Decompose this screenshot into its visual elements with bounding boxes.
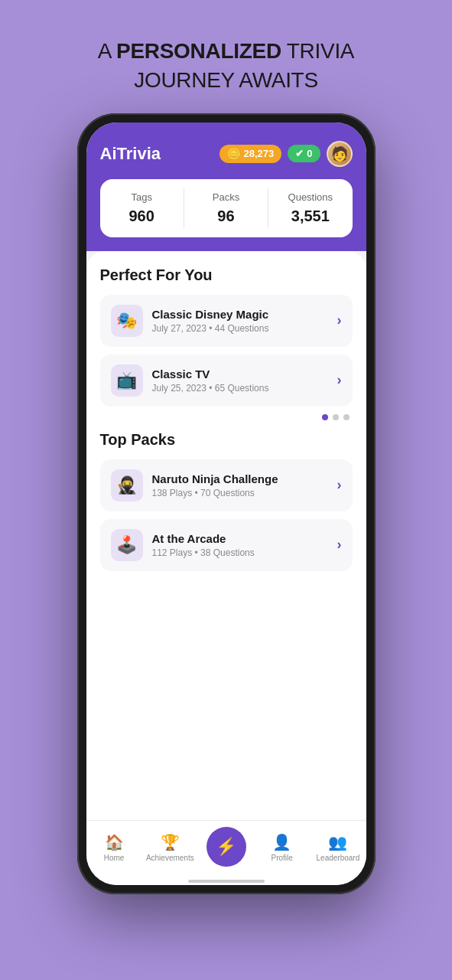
packs-stat: Packs 96 bbox=[184, 188, 268, 228]
pack-icon-disney: 🎭 bbox=[111, 305, 143, 337]
tags-label: Tags bbox=[108, 191, 176, 203]
stats-bar: Tags 960 Packs 96 Questions 3,551 bbox=[86, 179, 366, 251]
questions-value: 3,551 bbox=[276, 207, 344, 225]
phone-shell: AiTrivia 🪙 28,273 ✔ 0 🧑 Tags 960 bbox=[77, 113, 376, 894]
pack-name-tv: Classic TV bbox=[152, 368, 337, 381]
check-value: 0 bbox=[307, 148, 312, 159]
pack-meta-tv: July 25, 2023 • 65 Questions bbox=[152, 383, 337, 394]
leaderboard-label: Leaderboard bbox=[317, 854, 360, 862]
pack-icon-tv: 📺 bbox=[111, 364, 143, 397]
check-icon: ✔ bbox=[295, 148, 304, 159]
achievements-icon: 🏆 bbox=[161, 833, 180, 851]
stats-container: Tags 960 Packs 96 Questions 3,551 bbox=[100, 179, 353, 237]
home-indicator bbox=[86, 880, 366, 885]
packs-value: 96 bbox=[192, 207, 260, 225]
pack-icon-naruto: 🥷 bbox=[111, 469, 143, 501]
nav-item-achievements[interactable]: 🏆 Achievements bbox=[142, 833, 198, 862]
tags-value: 960 bbox=[108, 207, 176, 225]
questions-label: Questions bbox=[276, 191, 344, 203]
home-icon: 🏠 bbox=[105, 833, 124, 851]
top-packs-title: Top Packs bbox=[100, 431, 353, 449]
nav-item-home[interactable]: 🏠 Home bbox=[86, 833, 142, 862]
chevron-icon-disney: › bbox=[337, 312, 342, 328]
hero-text: A PERSONALIZED TRIVIA JOURNEY AWAITS bbox=[98, 37, 355, 95]
home-label: Home bbox=[104, 854, 125, 862]
pack-info-naruto: Naruto Ninja Challenge 138 Plays • 70 Qu… bbox=[152, 472, 337, 498]
dot-3 bbox=[343, 414, 350, 420]
pack-name-arcade: At the Arcade bbox=[152, 532, 337, 545]
dot-2 bbox=[333, 414, 339, 420]
leaderboard-icon: 👥 bbox=[328, 833, 347, 851]
pack-name-naruto: Naruto Ninja Challenge bbox=[152, 472, 337, 485]
coins-value: 28,273 bbox=[244, 148, 275, 159]
pack-info-tv: Classic TV July 25, 2023 • 65 Questions bbox=[152, 368, 337, 394]
app-header: AiTrivia 🪙 28,273 ✔ 0 🧑 bbox=[86, 133, 366, 179]
achievements-label: Achievements bbox=[146, 854, 194, 862]
avatar[interactable]: 🧑 bbox=[327, 141, 353, 167]
pack-icon-arcade: 🕹️ bbox=[111, 529, 143, 561]
packs-label: Packs bbox=[192, 191, 260, 203]
pack-name-disney: Classic Disney Magic bbox=[152, 308, 337, 321]
pack-meta-naruto: 138 Plays • 70 Questions bbox=[152, 488, 337, 498]
coins-icon: 🪙 bbox=[227, 148, 240, 160]
profile-label: Profile bbox=[272, 854, 293, 862]
questions-stat: Questions 3,551 bbox=[268, 188, 352, 228]
pack-card-disney[interactable]: 🎭 Classic Disney Magic July 27, 2023 • 4… bbox=[100, 295, 353, 347]
perfect-for-you-title: Perfect For You bbox=[100, 266, 353, 284]
app-title: AiTrivia bbox=[100, 144, 161, 164]
phone-screen: AiTrivia 🪙 28,273 ✔ 0 🧑 Tags 960 bbox=[86, 122, 366, 885]
dot-1 bbox=[322, 414, 328, 420]
nav-item-play[interactable]: ⚡ bbox=[198, 827, 254, 868]
chevron-icon-naruto: › bbox=[337, 477, 342, 493]
check-badge: ✔ 0 bbox=[288, 145, 320, 162]
home-indicator-bar bbox=[188, 880, 265, 883]
status-bar bbox=[86, 122, 366, 133]
pack-info-disney: Classic Disney Magic July 27, 2023 • 44 … bbox=[152, 308, 337, 334]
chevron-icon-tv: › bbox=[337, 372, 342, 388]
pack-card-tv[interactable]: 📺 Classic TV July 25, 2023 • 65 Question… bbox=[100, 354, 353, 407]
coins-badge: 🪙 28,273 bbox=[219, 145, 282, 163]
nav-item-profile[interactable]: 👤 Profile bbox=[254, 833, 310, 862]
pack-meta-arcade: 112 Plays • 38 Questions bbox=[152, 547, 337, 558]
pack-card-arcade[interactable]: 🕹️ At the Arcade 112 Plays • 38 Question… bbox=[100, 519, 353, 571]
chevron-icon-arcade: › bbox=[337, 537, 342, 553]
profile-icon: 👤 bbox=[272, 833, 291, 851]
main-content: Perfect For You 🎭 Classic Disney Magic J… bbox=[86, 251, 366, 820]
pack-info-arcade: At the Arcade 112 Plays • 38 Questions bbox=[152, 532, 337, 558]
header-right: 🪙 28,273 ✔ 0 🧑 bbox=[219, 141, 353, 167]
bottom-nav: 🏠 Home 🏆 Achievements ⚡ 👤 Profile 👥 Lead… bbox=[86, 820, 366, 880]
pack-card-naruto[interactable]: 🥷 Naruto Ninja Challenge 138 Plays • 70 … bbox=[100, 459, 353, 511]
nav-item-leaderboard[interactable]: 👥 Leaderboard bbox=[310, 833, 366, 862]
tags-stat: Tags 960 bbox=[100, 188, 184, 228]
play-button[interactable]: ⚡ bbox=[206, 827, 246, 867]
pagination-dots bbox=[100, 414, 353, 420]
pack-meta-disney: July 27, 2023 • 44 Questions bbox=[152, 323, 337, 334]
